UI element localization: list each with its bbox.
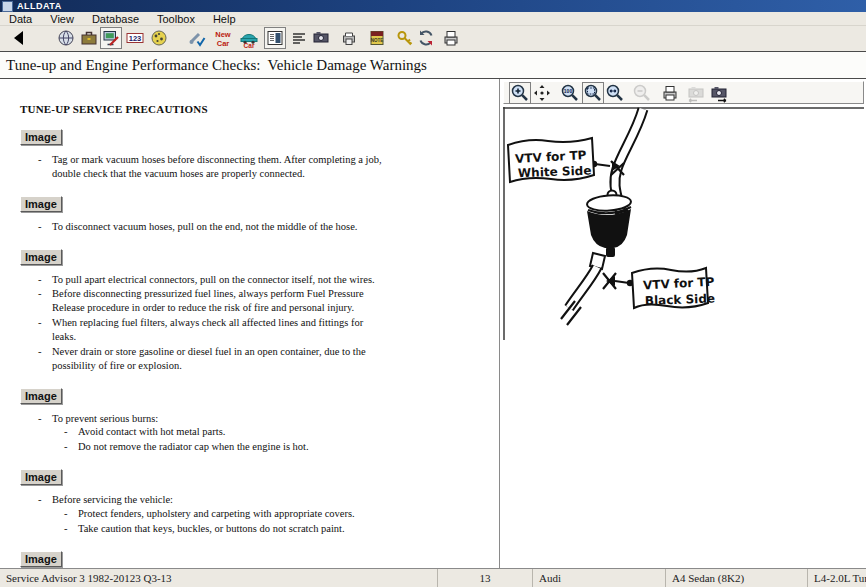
zoom-100-button[interactable]: 100 (559, 82, 581, 104)
precaution-item: When replacing fuel filters, always chec… (38, 316, 383, 344)
svg-text:123: 123 (129, 34, 142, 43)
precaution-list: To disconnect vacuum hoses, pull on the … (38, 220, 383, 234)
globe-button[interactable] (55, 27, 77, 49)
app-icon (2, 1, 13, 12)
svg-text:Car: Car (244, 42, 255, 49)
title-bar: ALLDATA (0, 0, 866, 12)
precaution-subitem: Avoid contact with hot metal parts. (64, 425, 383, 439)
precaution-section: ImageTo prevent serious burns:Avoid cont… (20, 386, 489, 455)
print-button[interactable] (659, 82, 681, 104)
precaution-sublist: Protect fenders, upholstery and carpetin… (64, 507, 383, 536)
briefcase-button[interactable] (78, 27, 100, 49)
precaution-item: To prevent serious burns:Avoid contact w… (38, 412, 383, 455)
article-heading: TUNE-UP SERVICE PRECAUTIONS (20, 103, 489, 115)
precaution-section: ImageDo not operate the engine indoors w… (20, 549, 489, 568)
wrench-check-icon (187, 28, 207, 48)
black-tag-pointer (603, 273, 633, 289)
image-viewer-panel: 100 (501, 79, 866, 568)
refresh-button[interactable] (415, 27, 437, 49)
status-field-1: 13 (437, 569, 532, 587)
content-area: TUNE-UP SERVICE PRECAUTIONS ImageTag or … (0, 79, 866, 568)
menu-data[interactable]: Data (0, 13, 41, 25)
black-side-tag: VTV for TP Black Side (632, 268, 715, 308)
image-canvas: VTV for TP White Side (501, 107, 866, 568)
white-side-tag: VTV for TP White Side (508, 138, 594, 182)
precaution-list: To prevent serious burns:Avoid contact w… (38, 412, 383, 455)
split-view-button[interactable] (264, 27, 286, 49)
image-button[interactable]: Image (20, 249, 62, 265)
computer-wrench-icon (101, 28, 121, 48)
article-panel: TUNE-UP SERVICE PRECAUTIONS ImageTag or … (0, 79, 500, 568)
back-arrow-button[interactable] (8, 27, 30, 49)
zoom-in-icon (510, 83, 530, 103)
zoom-out-icon (632, 83, 652, 103)
main-toolbar: 123NewCarCarNOTE (0, 26, 866, 52)
precaution-subitem: Do not remove the radiator cap when the … (64, 440, 383, 454)
text-lines-button[interactable] (288, 27, 310, 49)
refresh-icon (416, 28, 436, 48)
image-prev-button (685, 82, 707, 104)
camera-icon (311, 28, 331, 48)
print-preview-button[interactable] (338, 27, 360, 49)
wrench-check-button[interactable] (186, 27, 208, 49)
zoom-out-button (631, 82, 653, 104)
image-viewer-toolbar: 100 (503, 81, 864, 104)
precaution-section: ImageBefore servicing the vehicle:Protec… (20, 467, 489, 536)
precaution-list: To pull apart electrical connectors, pul… (38, 273, 383, 373)
menu-database[interactable]: Database (83, 13, 148, 25)
status-field-3: A4 Sedan (8K2) (665, 569, 807, 587)
image-button[interactable]: Image (20, 388, 62, 404)
topic-title: Tune-up and Engine Performance Checks: V… (0, 57, 427, 74)
precaution-section: ImageTag or mark vacuum hoses before dis… (20, 127, 489, 181)
text-lines-icon (289, 28, 309, 48)
precaution-subitem: Take caution that keys, buckles, or butt… (64, 522, 383, 536)
pan-button[interactable] (531, 82, 553, 104)
pan-icon (532, 83, 552, 103)
status-field-2: Audi (532, 569, 665, 587)
svg-text:100: 100 (564, 88, 573, 94)
zoom-window-icon (605, 83, 625, 103)
precaution-sublist: Avoid contact with hot metal parts.Do no… (64, 425, 383, 454)
menu-help[interactable]: Help (204, 13, 245, 25)
precaution-item: Tag or mark vacuum hoses before disconne… (38, 153, 383, 181)
image-button[interactable]: Image (20, 551, 62, 567)
precaution-section: ImageTo disconnect vacuum hoses, pull on… (20, 194, 489, 234)
computer-wrench-button[interactable] (100, 27, 122, 49)
numbers-123-button[interactable]: 123 (124, 27, 146, 49)
car-icon: Car (239, 28, 259, 48)
printer-icon (441, 28, 461, 48)
printer-button[interactable] (440, 27, 462, 49)
image-button[interactable]: Image (20, 129, 62, 145)
vtv-valve (587, 191, 632, 258)
zoom-window-button[interactable] (604, 82, 626, 104)
precaution-section: ImageTo pull apart electrical connectors… (20, 247, 489, 373)
new-car-button[interactable]: NewCar (212, 27, 234, 49)
image-next-button[interactable] (708, 82, 730, 104)
bell-button[interactable] (148, 27, 170, 49)
status-field-4: L4-2.0L Tur (807, 569, 866, 587)
key-button[interactable] (394, 27, 416, 49)
bottom-hose (561, 253, 605, 325)
topic-header: Tune-up and Engine Performance Checks: V… (0, 51, 866, 79)
image-button[interactable]: Image (20, 196, 62, 212)
precaution-item: To pull apart electrical connectors, pul… (38, 273, 383, 287)
zoom-fit-button[interactable] (582, 82, 604, 104)
alldata-window: ALLDATA DataViewDatabaseToolboxHelp 123N… (0, 0, 866, 587)
car-button[interactable]: Car (238, 27, 260, 49)
numbers-123-icon: 123 (125, 28, 145, 48)
menu-view[interactable]: View (41, 13, 83, 25)
image-button[interactable]: Image (20, 469, 62, 485)
briefcase-icon (79, 28, 99, 48)
zoom-in-button[interactable] (509, 82, 531, 104)
new-car-icon: NewCar (213, 28, 233, 48)
print-preview-icon (339, 28, 359, 48)
black-tag-line2: Black Side (645, 291, 716, 307)
menu-toolbox[interactable]: Toolbox (148, 13, 204, 25)
vtv-diagram: VTV for TP White Side (503, 107, 864, 567)
precaution-item: Never drain or store gasoline or diesel … (38, 345, 383, 373)
camera-button[interactable] (310, 27, 332, 49)
note-button[interactable]: NOTE (366, 27, 388, 49)
bell-icon (149, 28, 169, 48)
precaution-list: Before servicing the vehicle:Protect fen… (38, 493, 383, 536)
precaution-item: Before servicing the vehicle:Protect fen… (38, 493, 383, 536)
